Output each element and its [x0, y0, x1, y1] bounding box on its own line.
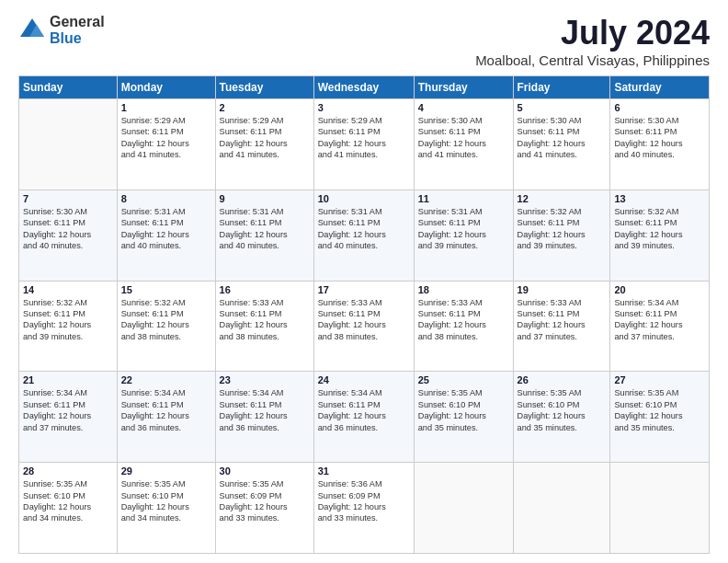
- calendar-cell: 10Sunrise: 5:31 AM Sunset: 6:11 PM Dayli…: [313, 190, 414, 281]
- calendar-cell: 31Sunrise: 5:36 AM Sunset: 6:09 PM Dayli…: [313, 463, 414, 554]
- day-info: Sunrise: 5:33 AM Sunset: 6:11 PM Dayligh…: [220, 297, 310, 343]
- day-info: Sunrise: 5:34 AM Sunset: 6:11 PM Dayligh…: [318, 387, 410, 433]
- day-number: 31: [318, 465, 410, 477]
- calendar-cell: [414, 463, 513, 554]
- day-number: 18: [418, 284, 509, 295]
- logo-text: General Blue: [50, 14, 105, 46]
- day-number: 22: [121, 374, 211, 385]
- calendar-cell: 12Sunrise: 5:32 AM Sunset: 6:11 PM Dayli…: [513, 190, 610, 281]
- day-number: 24: [318, 374, 410, 385]
- day-info: Sunrise: 5:31 AM Sunset: 6:11 PM Dayligh…: [220, 206, 310, 252]
- main-title: July 2024: [475, 14, 710, 52]
- weekday-thursday: Thursday: [414, 76, 513, 99]
- calendar-cell: 13Sunrise: 5:32 AM Sunset: 6:11 PM Dayli…: [610, 190, 710, 281]
- day-number: 13: [614, 193, 705, 204]
- day-number: 1: [121, 102, 211, 113]
- calendar-cell: 1Sunrise: 5:29 AM Sunset: 6:11 PM Daylig…: [117, 99, 215, 190]
- day-number: 19: [518, 284, 607, 295]
- calendar-cell: 2Sunrise: 5:29 AM Sunset: 6:11 PM Daylig…: [215, 99, 313, 190]
- weekday-monday: Monday: [117, 76, 215, 99]
- day-info: Sunrise: 5:30 AM Sunset: 6:11 PM Dayligh…: [418, 115, 509, 161]
- day-info: Sunrise: 5:31 AM Sunset: 6:11 PM Dayligh…: [418, 206, 509, 252]
- day-info: Sunrise: 5:35 AM Sunset: 6:10 PM Dayligh…: [121, 478, 211, 524]
- day-info: Sunrise: 5:32 AM Sunset: 6:11 PM Dayligh…: [614, 206, 705, 252]
- day-info: Sunrise: 5:34 AM Sunset: 6:11 PM Dayligh…: [121, 387, 211, 433]
- day-number: 20: [614, 284, 705, 295]
- day-number: 26: [518, 374, 607, 385]
- day-info: Sunrise: 5:32 AM Sunset: 6:11 PM Dayligh…: [518, 206, 607, 252]
- calendar-week-row: 7Sunrise: 5:30 AM Sunset: 6:11 PM Daylig…: [19, 190, 710, 281]
- day-info: Sunrise: 5:30 AM Sunset: 6:11 PM Dayligh…: [23, 206, 113, 252]
- day-number: 7: [23, 193, 113, 204]
- day-info: Sunrise: 5:32 AM Sunset: 6:11 PM Dayligh…: [23, 297, 113, 343]
- day-info: Sunrise: 5:33 AM Sunset: 6:11 PM Dayligh…: [518, 297, 607, 343]
- day-number: 25: [418, 374, 509, 385]
- day-number: 2: [220, 102, 310, 113]
- logo-general: General: [50, 14, 105, 30]
- day-info: Sunrise: 5:32 AM Sunset: 6:11 PM Dayligh…: [121, 297, 211, 343]
- weekday-friday: Friday: [513, 76, 610, 99]
- day-info: Sunrise: 5:30 AM Sunset: 6:11 PM Dayligh…: [614, 115, 705, 161]
- day-number: 29: [121, 465, 211, 477]
- calendar-cell: 26Sunrise: 5:35 AM Sunset: 6:10 PM Dayli…: [513, 372, 610, 463]
- calendar-cell: 3Sunrise: 5:29 AM Sunset: 6:11 PM Daylig…: [313, 99, 414, 190]
- day-info: Sunrise: 5:31 AM Sunset: 6:11 PM Dayligh…: [121, 206, 211, 252]
- weekday-header-row: SundayMondayTuesdayWednesdayThursdayFrid…: [19, 76, 710, 99]
- day-info: Sunrise: 5:35 AM Sunset: 6:10 PM Dayligh…: [614, 387, 705, 433]
- calendar-cell: 6Sunrise: 5:30 AM Sunset: 6:11 PM Daylig…: [610, 99, 710, 190]
- day-number: 8: [121, 193, 211, 204]
- calendar-week-row: 28Sunrise: 5:35 AM Sunset: 6:10 PM Dayli…: [19, 463, 710, 554]
- day-info: Sunrise: 5:33 AM Sunset: 6:11 PM Dayligh…: [418, 297, 509, 343]
- day-number: 4: [418, 102, 509, 113]
- day-number: 30: [220, 465, 310, 477]
- day-number: 5: [518, 102, 607, 113]
- day-number: 14: [23, 284, 113, 295]
- day-info: Sunrise: 5:30 AM Sunset: 6:11 PM Dayligh…: [518, 115, 607, 161]
- day-info: Sunrise: 5:33 AM Sunset: 6:11 PM Dayligh…: [318, 297, 410, 343]
- day-number: 11: [418, 193, 509, 204]
- calendar-cell: 21Sunrise: 5:34 AM Sunset: 6:11 PM Dayli…: [19, 372, 118, 463]
- calendar-cell: 8Sunrise: 5:31 AM Sunset: 6:11 PM Daylig…: [117, 190, 215, 281]
- header: General Blue July 2024 Moalboal, Central…: [18, 14, 710, 68]
- day-info: Sunrise: 5:35 AM Sunset: 6:10 PM Dayligh…: [518, 387, 607, 433]
- calendar-cell: 16Sunrise: 5:33 AM Sunset: 6:11 PM Dayli…: [215, 281, 313, 372]
- day-info: Sunrise: 5:35 AM Sunset: 6:10 PM Dayligh…: [23, 478, 113, 524]
- logo: General Blue: [18, 14, 105, 46]
- day-number: 17: [318, 284, 410, 295]
- calendar-cell: 22Sunrise: 5:34 AM Sunset: 6:11 PM Dayli…: [117, 372, 215, 463]
- calendar-cell: [513, 463, 610, 554]
- day-info: Sunrise: 5:34 AM Sunset: 6:11 PM Dayligh…: [220, 387, 310, 433]
- day-number: 9: [220, 193, 310, 204]
- calendar-cell: 20Sunrise: 5:34 AM Sunset: 6:11 PM Dayli…: [610, 281, 710, 372]
- calendar-cell: 28Sunrise: 5:35 AM Sunset: 6:10 PM Dayli…: [19, 463, 118, 554]
- calendar-cell: 27Sunrise: 5:35 AM Sunset: 6:10 PM Dayli…: [610, 372, 710, 463]
- calendar-cell: 23Sunrise: 5:34 AM Sunset: 6:11 PM Dayli…: [215, 372, 313, 463]
- calendar-cell: 17Sunrise: 5:33 AM Sunset: 6:11 PM Dayli…: [313, 281, 414, 372]
- day-number: 12: [518, 193, 607, 204]
- calendar-body: 1Sunrise: 5:29 AM Sunset: 6:11 PM Daylig…: [19, 99, 710, 554]
- weekday-saturday: Saturday: [610, 76, 710, 99]
- subtitle: Moalboal, Central Visayas, Philippines: [475, 52, 710, 68]
- calendar-cell: 18Sunrise: 5:33 AM Sunset: 6:11 PM Dayli…: [414, 281, 513, 372]
- day-info: Sunrise: 5:29 AM Sunset: 6:11 PM Dayligh…: [220, 115, 310, 161]
- calendar-cell: 29Sunrise: 5:35 AM Sunset: 6:10 PM Dayli…: [117, 463, 215, 554]
- day-info: Sunrise: 5:34 AM Sunset: 6:11 PM Dayligh…: [23, 387, 113, 433]
- day-info: Sunrise: 5:36 AM Sunset: 6:09 PM Dayligh…: [318, 478, 410, 524]
- day-info: Sunrise: 5:31 AM Sunset: 6:11 PM Dayligh…: [318, 206, 410, 252]
- page: General Blue July 2024 Moalboal, Central…: [0, 0, 728, 563]
- day-number: 10: [318, 193, 410, 204]
- calendar-header: SundayMondayTuesdayWednesdayThursdayFrid…: [19, 76, 710, 99]
- calendar-cell: 30Sunrise: 5:35 AM Sunset: 6:09 PM Dayli…: [215, 463, 313, 554]
- day-info: Sunrise: 5:29 AM Sunset: 6:11 PM Dayligh…: [318, 115, 410, 161]
- calendar-cell: 19Sunrise: 5:33 AM Sunset: 6:11 PM Dayli…: [513, 281, 610, 372]
- calendar-cell: 11Sunrise: 5:31 AM Sunset: 6:11 PM Dayli…: [414, 190, 513, 281]
- calendar-cell: 7Sunrise: 5:30 AM Sunset: 6:11 PM Daylig…: [19, 190, 118, 281]
- calendar-cell: 25Sunrise: 5:35 AM Sunset: 6:10 PM Dayli…: [414, 372, 513, 463]
- day-number: 15: [121, 284, 211, 295]
- logo-icon: [18, 17, 46, 44]
- calendar-table: SundayMondayTuesdayWednesdayThursdayFrid…: [18, 75, 710, 554]
- title-block: July 2024 Moalboal, Central Visayas, Phi…: [475, 14, 710, 68]
- calendar-cell: [19, 99, 118, 190]
- weekday-wednesday: Wednesday: [313, 76, 414, 99]
- day-info: Sunrise: 5:35 AM Sunset: 6:09 PM Dayligh…: [220, 478, 310, 524]
